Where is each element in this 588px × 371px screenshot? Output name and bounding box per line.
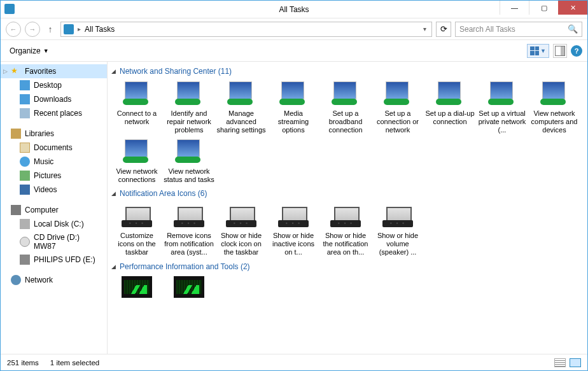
net-task-icon [174, 139, 204, 165]
task-item[interactable]: Set up a virtual private network (... [477, 80, 528, 135]
sidebar-item-local-disk[interactable]: Local Disk (C:) [1, 217, 107, 231]
window-title: All Tasks [279, 5, 309, 14]
sidebar-item-recent[interactable]: Recent places [1, 106, 107, 120]
net-task-icon [487, 81, 517, 108]
task-label: Set up a broadband connection [320, 109, 371, 135]
sidebar-item-downloads[interactable]: Downloads [1, 92, 107, 106]
task-label: Show or hide the notification area on th… [320, 232, 371, 257]
sidebar-item-pictures[interactable]: Pictures [1, 169, 107, 183]
collapse-icon: ◢ [111, 190, 116, 197]
sidebar-item-videos[interactable]: Videos [1, 183, 107, 197]
perf-task-icon [122, 276, 152, 298]
maximize-button[interactable]: ▢ [529, 1, 558, 15]
task-item[interactable]: Show or hide the notification area on th… [320, 202, 371, 257]
window-controls: — ▢ ✕ [500, 1, 587, 15]
group-name: Notification Area Icons (6) [120, 189, 207, 198]
close-button[interactable]: ✕ [558, 1, 587, 15]
collapse-icon: ◢ [111, 68, 116, 74]
usb-icon [20, 255, 30, 265]
downloads-icon [20, 94, 30, 104]
status-bar: 251 items 1 item selected [1, 354, 587, 370]
libraries-icon [11, 129, 21, 139]
net-task-icon [278, 81, 309, 108]
sidebar-network[interactable]: Network [1, 273, 107, 287]
task-task-icon [174, 203, 204, 230]
task-task-icon [382, 203, 413, 230]
net-task-icon [330, 81, 361, 108]
sidebar-item-desktop[interactable]: Desktop [1, 78, 107, 92]
item-count: 251 items [7, 359, 39, 367]
music-icon [20, 157, 30, 167]
videos-icon [20, 185, 30, 195]
refresh-button[interactable]: ⟳ [436, 22, 451, 37]
task-item[interactable]: Show or hide clock icon on the taskbar [216, 202, 267, 257]
task-item[interactable]: Media streaming options [268, 80, 319, 135]
sidebar-item-music[interactable]: Music [1, 155, 107, 169]
net-task-icon [435, 81, 465, 108]
help-button[interactable]: ? [571, 45, 582, 57]
preview-pane-button[interactable] [553, 44, 567, 58]
net-task-icon [122, 81, 152, 108]
sidebar-item-documents[interactable]: Documents [1, 141, 107, 155]
up-button[interactable]: ↑ [44, 23, 57, 36]
task-item[interactable]: Connect to a network [111, 80, 162, 135]
selection-count: 1 item selected [50, 359, 99, 367]
net-task-icon [122, 139, 152, 165]
task-item[interactable]: Remove icons from notification area (sys… [164, 202, 214, 257]
task-item[interactable]: Set up a broadband connection [320, 80, 371, 135]
location-icon [64, 24, 74, 34]
net-task-icon [174, 81, 204, 108]
task-label: Manage advanced sharing settings [216, 109, 267, 135]
organize-button[interactable]: Organize ▼ [6, 45, 53, 57]
group-header[interactable]: ◢Network and Sharing Center (11) [111, 62, 584, 80]
sidebar-libraries[interactable]: Libraries [1, 127, 107, 141]
disk-icon [20, 219, 30, 229]
star-icon: ★ [11, 66, 21, 76]
sidebar-item-cd-drive[interactable]: CD Drive (D:) MW87 [1, 231, 107, 253]
task-label: Show or hide clock icon on the taskbar [216, 232, 267, 257]
task-item[interactable]: Customize icons on the taskbar [111, 202, 162, 257]
task-item[interactable]: Show or hide inactive icons on t... [268, 202, 319, 257]
chevron-down-icon[interactable]: ▾ [421, 25, 429, 32]
task-item[interactable] [164, 275, 214, 300]
sidebar-item-usb-drive[interactable]: PHILIPS UFD (E:) [1, 253, 107, 267]
task-item[interactable]: View network status and tasks [164, 137, 214, 184]
net-task-icon [539, 81, 570, 108]
chevron-down-icon: ▼ [540, 48, 546, 54]
task-label: Identify and repair network problems [164, 109, 214, 135]
pictures-icon [20, 171, 30, 181]
sidebar-computer[interactable]: Computer [1, 203, 107, 217]
task-task-icon [122, 203, 152, 230]
search-input[interactable]: Search All Tasks 🔍 [455, 22, 582, 37]
view-details-button[interactable] [554, 358, 566, 367]
breadcrumb[interactable]: ▸ All Tasks ▾ [60, 22, 432, 37]
group-header[interactable]: ◢Notification Area Icons (6) [111, 184, 584, 202]
task-item[interactable]: Set up a connection or network [372, 80, 423, 135]
task-task-icon [226, 203, 256, 230]
view-mode-button[interactable]: ▼ [527, 44, 549, 58]
sidebar-favorites[interactable]: ▷★Favorites [1, 64, 107, 78]
minimize-button[interactable]: — [500, 1, 529, 15]
back-button[interactable]: ← [6, 22, 21, 37]
task-item[interactable]: Manage advanced sharing settings [216, 80, 267, 135]
task-item[interactable]: Identify and repair network problems [164, 80, 214, 135]
group-header[interactable]: ◢Performance Information and Tools (2) [111, 257, 584, 275]
task-item[interactable]: View network computers and devices [529, 80, 580, 135]
forward-button[interactable]: → [25, 22, 40, 37]
toolbar: Organize ▼ ▼ ? [1, 40, 587, 62]
address-bar: ← → ↑ ▸ All Tasks ▾ ⟳ Search All Tasks 🔍 [1, 18, 587, 40]
chevron-down-icon: ▼ [43, 48, 49, 54]
search-icon: 🔍 [568, 24, 578, 34]
task-item[interactable]: View network connections [111, 137, 162, 184]
organize-label: Organize [10, 46, 41, 55]
content-pane: ◢Network and Sharing Center (11)Connect … [108, 62, 587, 354]
view-tiles-button[interactable] [570, 358, 581, 367]
task-task-icon [278, 203, 309, 230]
collapse-icon: ◢ [111, 263, 116, 270]
task-item[interactable]: Show or hide volume (speaker) ... [372, 202, 423, 257]
task-item[interactable]: Set up a dial-up connection [424, 80, 475, 135]
task-label: Connect to a network [111, 109, 162, 126]
net-task-icon [382, 81, 413, 108]
computer-icon [11, 205, 21, 215]
task-item[interactable] [111, 275, 162, 300]
